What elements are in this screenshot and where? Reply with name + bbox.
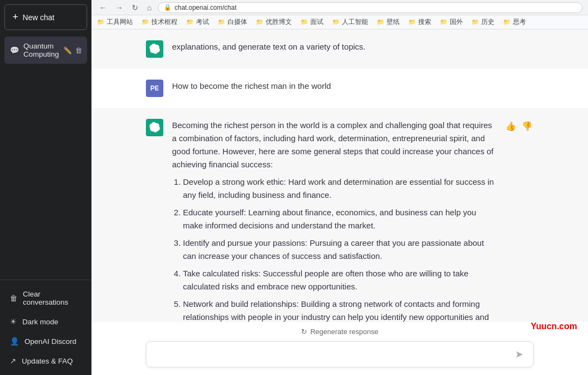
delete-icon[interactable]: 🗑 [75, 46, 82, 55]
bookmark-item[interactable]: 📁 壁纸 [377, 17, 400, 27]
folder-icon: 📁 [301, 19, 308, 26]
discord-label: OpenAI Discord [24, 337, 76, 346]
conversation-list: 💬 Quantum Computing ✏️ 🗑 [0, 34, 91, 280]
folder-icon: 📁 [440, 19, 448, 26]
bookmark-item[interactable]: 📁 思考 [503, 17, 526, 27]
bookmark-item[interactable]: 📁 优胜博文 [256, 17, 292, 27]
folder-icon: 📁 [377, 19, 384, 26]
bookmark-label: 考试 [196, 17, 209, 27]
new-chat-label: New chat [23, 13, 54, 22]
regenerate-label: Regenerate response [310, 328, 378, 336]
folder-icon: 📁 [256, 19, 264, 26]
folder-icon: 📁 [97, 19, 105, 26]
bookmarks-bar: 📁 工具网站 📁 技术框程 📁 考试 📁 白摄体 📁 优胜博文 📁 面试 📁 人… [91, 15, 588, 29]
ai-message: Becoming the richest person in the world… [91, 108, 588, 322]
send-icon: ➤ [515, 349, 523, 360]
folder-icon: 📁 [408, 19, 416, 26]
bookmark-item[interactable]: 📁 技术框程 [142, 17, 177, 27]
chat-footer: ↻ Regenerate response ➤ [91, 322, 588, 375]
trash-icon: 🗑 [10, 294, 17, 303]
bookmark-label: 面试 [310, 17, 323, 27]
regenerate-button[interactable]: ↻ Regenerate response [146, 328, 534, 336]
bookmark-item[interactable]: 📁 搜索 [408, 17, 431, 27]
sidebar-bottom: 🗑 Clear conversations ☀ Dark mode 👤 Open… [0, 280, 91, 375]
folder-icon: 📁 [471, 19, 479, 26]
chat-input[interactable] [154, 348, 513, 361]
ai-message-content: Becoming the richest person in the world… [172, 119, 495, 322]
bookmark-item[interactable]: 📁 工具网站 [97, 17, 133, 27]
thumbs-up-button[interactable]: 👍 [504, 120, 517, 132]
bookmark-label: 工具网站 [107, 17, 133, 27]
ai-avatar [146, 119, 163, 136]
step-item: Educate yourself: Learning about finance… [183, 206, 495, 232]
user-avatar: PE [146, 80, 163, 97]
bookmark-label: 搜索 [418, 17, 431, 27]
back-button[interactable]: ← [97, 2, 109, 13]
new-chat-button[interactable]: + New chat [4, 4, 87, 30]
user-message: PE How to become the richest man in the … [91, 69, 588, 108]
url-bar[interactable]: 🔒 chat.openai.com/chat [158, 2, 583, 13]
bookmark-item[interactable]: 📁 白摄体 [218, 17, 247, 27]
plus-icon: + [13, 11, 19, 23]
discord-button[interactable]: 👤 OpenAI Discord [4, 331, 87, 351]
user-message-content: How to become the richest man in the wor… [172, 80, 534, 93]
sun-icon: ☀ [10, 317, 17, 326]
forward-button[interactable]: → [113, 2, 125, 13]
bookmark-label: 历史 [481, 17, 494, 27]
chat-icon: 💬 [10, 46, 19, 55]
send-button[interactable]: ➤ [513, 347, 525, 361]
step-item: Take calculated risks: Successful people… [183, 267, 495, 293]
external-link-icon: ↗ [10, 356, 16, 365]
lock-icon: 🔒 [164, 4, 171, 11]
bookmark-label: 白摄体 [228, 17, 247, 27]
refresh-button[interactable]: ↻ [130, 2, 140, 13]
folder-icon: 📁 [186, 19, 194, 26]
folder-icon: 📁 [503, 19, 511, 26]
updates-faq-label: Updates & FAQ [22, 357, 73, 365]
edit-icon[interactable]: ✏️ [63, 46, 72, 55]
bookmark-item[interactable]: 📁 考试 [186, 17, 209, 27]
folder-icon: 📁 [142, 19, 149, 26]
main-content: ← → ↻ ⌂ 🔒 chat.openai.com/chat 📁 工具网站 📁 … [91, 0, 588, 375]
clear-conversations-label: Clear conversations [23, 290, 82, 306]
folder-icon: 📁 [218, 19, 225, 26]
chat-area[interactable]: explanations, and generate text on a var… [91, 29, 588, 322]
folder-icon: 📁 [332, 19, 340, 26]
message-actions: 👍 👎 [504, 120, 534, 132]
bookmark-item[interactable]: 📁 人工智能 [332, 17, 368, 27]
thumbs-down-button[interactable]: 👎 [520, 120, 534, 132]
step-item: Identify and pursue your passions: Pursu… [183, 237, 495, 263]
bookmark-label: 技术框程 [151, 17, 177, 27]
bookmark-label: 人工智能 [342, 17, 368, 27]
updates-faq-button[interactable]: ↗ Updates & FAQ [4, 351, 87, 371]
bookmark-item[interactable]: 📁 历史 [471, 17, 494, 27]
clear-conversations-button[interactable]: 🗑 Clear conversations [4, 285, 87, 312]
bookmark-item[interactable]: 📁 国外 [440, 17, 463, 27]
bookmark-label: 国外 [450, 17, 463, 27]
conversation-item[interactable]: 💬 Quantum Computing ✏️ 🗑 [4, 37, 87, 64]
dark-mode-label: Dark mode [22, 318, 58, 326]
bookmark-item[interactable]: 📁 面试 [301, 17, 323, 27]
steps-list: Develop a strong work ethic: Hard work a… [172, 176, 495, 322]
bookmark-label: 优胜博文 [266, 17, 292, 27]
step-item: Develop a strong work ethic: Hard work a… [183, 176, 495, 202]
url-text: chat.openai.com/chat [174, 4, 236, 11]
conversation-title: Quantum Computing [23, 42, 59, 58]
bookmark-label: 思考 [513, 17, 526, 27]
partial-ai-content: explanations, and generate text on a var… [172, 40, 534, 53]
home-button[interactable]: ⌂ [145, 2, 154, 13]
dark-mode-button[interactable]: ☀ Dark mode [4, 312, 87, 331]
discord-icon: 👤 [10, 337, 19, 346]
bookmark-label: 壁纸 [387, 17, 400, 27]
step-item: Network and build relationships: Buildin… [183, 298, 495, 322]
sidebar: + New chat 💬 Quantum Computing ✏️ 🗑 🗑 Cl… [0, 0, 91, 375]
ai-avatar [146, 40, 163, 58]
regenerate-icon: ↻ [301, 328, 307, 336]
partial-ai-message: explanations, and generate text on a var… [91, 29, 588, 69]
conversation-actions: ✏️ 🗑 [63, 46, 82, 55]
browser-bar: ← → ↻ ⌂ 🔒 chat.openai.com/chat [91, 0, 588, 15]
input-area: ➤ [146, 341, 534, 367]
